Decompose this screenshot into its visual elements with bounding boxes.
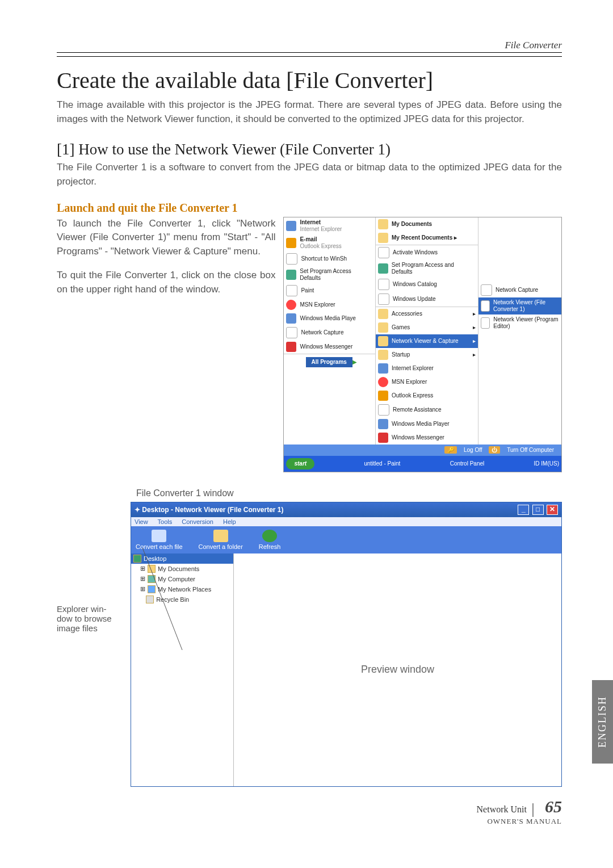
menu-view[interactable]: View (135, 518, 148, 525)
refresh-button[interactable]: Refresh (259, 530, 281, 550)
logoff-label[interactable]: Log Off (461, 446, 485, 454)
internet-icon (286, 221, 296, 231)
sub-ie[interactable]: Internet Explorer (392, 365, 434, 372)
start-msn[interactable]: MSN Explorer (300, 301, 335, 308)
logoff-button[interactable]: 🔑 (444, 446, 457, 454)
start-netcap[interactable]: Network Capture (301, 329, 343, 336)
minimize-button[interactable]: _ (518, 505, 529, 515)
setprog-icon (286, 270, 296, 280)
page-header: File Converter (57, 40, 562, 57)
intro-paragraph: The image available with this projector … (57, 98, 562, 126)
file-icon (152, 530, 166, 542)
c3-netcap[interactable]: Network Capture (496, 287, 538, 293)
page-number: 65 (545, 797, 562, 816)
sub-activate[interactable]: Activate Windows (393, 249, 438, 256)
turnoff-label[interactable]: Turn Off Computer (504, 446, 557, 454)
email-icon (286, 238, 296, 248)
tool-refresh-label: Refresh (259, 543, 281, 550)
sub-startup[interactable]: Startup (392, 351, 410, 358)
page-footer: Network Unit 65 OWNER'S MANUAL (57, 797, 562, 826)
winupd-icon (378, 293, 389, 305)
start-wmp[interactable]: Windows Media Playe (300, 315, 355, 322)
c3-fc1-icon (481, 300, 490, 312)
page-title: Create the available data [File Converte… (57, 67, 562, 94)
activate-icon (378, 247, 389, 258)
fc-titlebar: ✦ Desktop - Network Viewer (File Convert… (131, 502, 561, 517)
menu-help[interactable]: Help (223, 518, 236, 525)
start-shortcut[interactable]: Shortcut to WinSh (301, 255, 347, 262)
start-email[interactable]: E-mail (300, 236, 317, 242)
fc-toolbar: Convert each file Convert a folder Refre… (131, 526, 561, 553)
c3-progedit[interactable]: Network Viewer (Program Editor) (493, 316, 559, 330)
start-internet[interactable]: Internet (300, 219, 321, 225)
shortcut-icon (286, 253, 297, 265)
msn-icon (286, 300, 296, 310)
sub-wmp[interactable]: Windows Media Player (392, 421, 450, 427)
sub-outlook[interactable]: Outlook Express (392, 392, 433, 399)
wincat-icon (378, 279, 389, 290)
taskbar: start untitled - Paint Control Panel ID … (284, 456, 561, 472)
language-tab: ENGLISH (592, 680, 613, 764)
start-paint[interactable]: Paint (301, 287, 314, 294)
startup-icon (378, 350, 388, 360)
sub-recent[interactable]: My Recent Documents ▸ (392, 234, 457, 241)
sub-wincat[interactable]: Windows Catalog (393, 281, 437, 288)
outlook-icon (378, 391, 388, 401)
preview-window-label: Preview window (361, 664, 434, 676)
launch-paragraph: To launch the File Converter 1, click "N… (57, 217, 275, 259)
menu-conversion[interactable]: Conversion (182, 518, 213, 525)
sub-winupd[interactable]: Windows Update (393, 296, 436, 303)
tool-folder-label: Convert a folder (199, 543, 243, 550)
sub-mydocs[interactable]: My Documents (392, 221, 432, 228)
quit-paragraph: To quit the File Converter 1, click on t… (57, 269, 275, 296)
fc-window-caption: File Converter 1 window (136, 488, 562, 498)
setprog2-icon (378, 263, 388, 274)
explorer-tree[interactable]: Desktop ⊞ My Documents ⊞ My Computer ⊞ M… (131, 553, 234, 786)
turnoff-button[interactable]: ⏻ (489, 446, 500, 454)
paint-icon (286, 285, 297, 296)
refresh-icon (262, 530, 277, 542)
launch-quit-heading: Launch and quit the File Converter 1 (57, 202, 562, 215)
file-converter-window: ✦ Desktop - Network Viewer (File Convert… (131, 502, 562, 787)
start-setprog[interactable]: Set Program Access Defaults (300, 268, 373, 282)
logoff-bar: 🔑 Log Off ⏻ Turn Off Computer (284, 445, 561, 456)
callout-arrow-icon (125, 542, 194, 656)
convert-folder-button[interactable]: Convert a folder (199, 530, 243, 550)
explorer-description: Explorer win- dow to browse image files (57, 502, 131, 633)
wmp-icon (286, 313, 296, 324)
start-internet-sub: Internet Explorer (300, 226, 342, 232)
netcap-icon (286, 327, 297, 338)
msn2-icon (378, 377, 388, 387)
menu-tools[interactable]: Tools (158, 518, 173, 525)
sub-setprog[interactable]: Set Program Access and Defaults (392, 262, 476, 275)
c3-netcap-icon (481, 284, 492, 296)
nvc-icon (378, 336, 388, 346)
sub-nvc[interactable]: Network Viewer & Capture (392, 338, 459, 345)
sub-acc[interactable]: Accessories (392, 311, 422, 317)
close-button[interactable]: ✕ (547, 505, 558, 515)
sub-games[interactable]: Games (392, 324, 410, 331)
taskbar-item-paint[interactable]: untitled - Paint (364, 460, 400, 467)
wmp2-icon (378, 419, 388, 429)
c3-progedit-icon (481, 317, 490, 329)
all-programs-button[interactable]: All Programs (306, 357, 352, 367)
sub-winmsg[interactable]: Windows Messenger (392, 434, 444, 441)
section-1-title: [1] How to use the Network Viewer (File … (57, 141, 562, 158)
fc-menubar: View Tools Conversion Help (131, 517, 561, 526)
start-winmsg[interactable]: Windows Messenger (300, 343, 352, 350)
recent-icon (378, 233, 388, 243)
start-button[interactable]: start (286, 458, 314, 469)
sub-msn[interactable]: MSN Explorer (392, 379, 427, 385)
c3-fc1[interactable]: Network Viewer (File Converter 1) (493, 299, 559, 313)
section-1-body: The File Converter 1 is a software to co… (57, 161, 562, 188)
app-icon: ✦ (135, 506, 140, 514)
maximize-button[interactable]: □ (532, 505, 544, 515)
footer-network-unit: Network Unit (477, 804, 527, 814)
acc-icon (378, 309, 388, 319)
start-email-sub: Outlook Express (300, 243, 341, 249)
header-right-label: File Converter (505, 40, 562, 51)
sub-remote[interactable]: Remote Assistance (393, 406, 442, 413)
taskbar-tray[interactable]: ID IM(US) (534, 460, 559, 467)
footer-owners-manual: OWNER'S MANUAL (57, 817, 562, 826)
taskbar-item-controlpanel[interactable]: Control Panel (450, 460, 485, 467)
